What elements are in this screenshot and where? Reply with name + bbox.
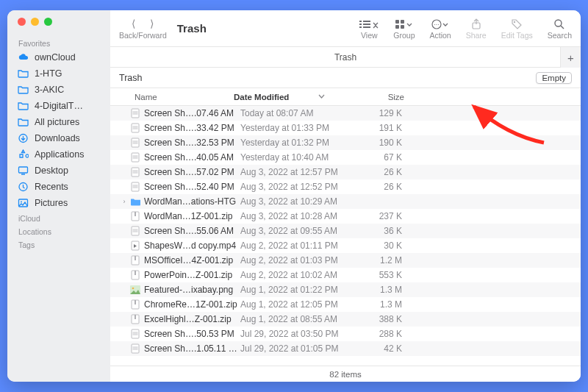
action-icon: ⋯ xyxy=(431,18,449,31)
file-name: Featured-…ixabay.png xyxy=(144,285,240,295)
file-size: 1.2 M xyxy=(362,255,402,266)
traffic-lights xyxy=(7,18,110,36)
sidebar-item-3-akic[interactable]: 3-AKIC xyxy=(7,82,110,98)
tag-icon xyxy=(511,18,523,31)
column-date[interactable]: Date Modified xyxy=(234,93,355,101)
svg-rect-21 xyxy=(133,111,138,115)
file-row[interactable]: ChromeRe…1Z-001.zipAug 1, 2022 at 12:05 … xyxy=(110,297,581,312)
file-row[interactable]: ShapesW…d copy.mp4Aug 2, 2022 at 01:11 P… xyxy=(110,238,581,253)
svg-rect-23 xyxy=(133,126,138,129)
edit-tags-button[interactable]: Edit Tags xyxy=(501,18,533,40)
action-button[interactable]: ⋯ Action xyxy=(430,18,451,40)
file-row[interactable]: WordMan…1Z-001.zipAug 3, 2022 at 10:28 A… xyxy=(110,209,581,224)
svg-rect-44 xyxy=(135,300,136,304)
fullscreen-button[interactable] xyxy=(44,18,52,26)
column-name[interactable]: Name xyxy=(135,93,234,101)
svg-rect-7 xyxy=(359,24,362,25)
file-icon xyxy=(129,299,141,310)
location-label: Trash xyxy=(119,73,143,83)
file-row[interactable]: PowerPoin…Z-001.zipAug 2, 2022 at 10:02 … xyxy=(110,268,581,282)
file-icon xyxy=(129,254,141,266)
svg-rect-33 xyxy=(135,212,136,216)
sidebar-section-label: iCloud xyxy=(7,211,110,224)
file-name: MSOfficeI…4Z-001.zip xyxy=(144,255,240,266)
file-size: 26 K xyxy=(362,182,402,192)
share-button[interactable]: Share xyxy=(466,18,487,40)
file-icon xyxy=(129,343,141,354)
file-name: Screen Sh….33.42 PM xyxy=(144,123,240,133)
file-date: Aug 3, 2022 at 10:29 AM xyxy=(240,196,362,207)
sidebar-item-4-digitalt[interactable]: 4-DigitalT… xyxy=(7,98,110,114)
main-pane: ⟨ ⟩ Back/Forward Trash View Group xyxy=(110,10,581,382)
file-row[interactable]: Screen Sh….55.06 AMAug 3, 2022 at 09:55 … xyxy=(110,224,581,238)
sidebar-item-1-htg[interactable]: 1-HTG xyxy=(7,65,110,82)
file-row[interactable]: Featured-…ixabay.pngAug 1, 2022 at 01:22… xyxy=(110,282,581,297)
sidebar-item-label: 3-AKIC xyxy=(35,85,64,95)
sidebar-item-desktop[interactable]: Desktop xyxy=(7,163,110,179)
svg-rect-9 xyxy=(359,26,362,28)
empty-trash-button[interactable]: Empty xyxy=(536,72,572,84)
file-name: WordMan…ations-HTG xyxy=(144,196,240,207)
sidebar-item-label: Applications xyxy=(35,149,84,160)
file-size: 26 K xyxy=(362,167,402,177)
folder-icon xyxy=(18,117,29,127)
minimize-button[interactable] xyxy=(31,18,39,26)
svg-rect-50 xyxy=(133,346,138,350)
file-date: Jul 29, 2022 at 01:05 PM xyxy=(240,343,362,354)
file-date: Aug 3, 2022 at 12:52 PM xyxy=(240,182,362,192)
file-row[interactable]: Screen Sh….07.46 AMToday at 08:07 AM129 … xyxy=(110,106,581,121)
file-row[interactable]: Screen Sh….52.40 PMAug 3, 2022 at 12:52 … xyxy=(110,179,581,194)
file-row[interactable]: Screen Sh….32.53 PMYesterday at 01:32 PM… xyxy=(110,135,581,150)
item-count: 82 items xyxy=(329,370,361,379)
file-icon xyxy=(129,181,141,193)
file-icon xyxy=(129,240,141,252)
cloud-icon xyxy=(18,52,29,63)
file-size: 190 K xyxy=(362,138,402,148)
toolbar: ⟨ ⟩ Back/Forward Trash View Group xyxy=(110,10,581,47)
file-row[interactable]: Screen Sh….57.02 PMAug 3, 2022 at 12:57 … xyxy=(110,165,581,179)
file-row[interactable]: Screen Sh….33.42 PMYesterday at 01:33 PM… xyxy=(110,121,581,135)
desktop-icon xyxy=(18,165,29,176)
file-row[interactable]: Screen Sh….50.53 PMJul 29, 2022 at 03:50… xyxy=(110,327,581,341)
file-row[interactable]: MSOfficeI…4Z-001.zipAug 2, 2022 at 01:03… xyxy=(110,253,581,268)
sort-desc-icon xyxy=(318,93,325,100)
sidebar-item-applications[interactable]: Applications xyxy=(7,146,110,163)
file-date: Yesterday at 01:32 PM xyxy=(240,138,362,148)
svg-rect-25 xyxy=(133,140,138,144)
file-icon xyxy=(129,328,141,340)
file-row[interactable]: ExcelHighl…Z-001.zipAug 1, 2022 at 08:55… xyxy=(110,312,581,327)
svg-rect-11 xyxy=(395,20,399,24)
tab-trash[interactable]: Trash xyxy=(334,52,356,63)
search-button[interactable]: Search xyxy=(548,18,572,40)
sidebar-item-downloads[interactable]: Downloads xyxy=(7,130,110,146)
window-title: Trash xyxy=(177,22,207,35)
folder-icon xyxy=(18,68,29,79)
svg-rect-29 xyxy=(133,170,138,174)
sidebar-item-recents[interactable]: Recents xyxy=(7,179,110,195)
svg-rect-46 xyxy=(135,315,136,319)
sidebar-item-pictures[interactable]: Pictures xyxy=(7,195,110,211)
file-row[interactable]: Screen Sh….40.05 AMYesterday at 10:40 AM… xyxy=(110,150,581,165)
nav-back-forward[interactable]: ⟨ ⟩ Back/Forward xyxy=(119,18,167,40)
close-button[interactable] xyxy=(18,18,26,26)
file-icon xyxy=(129,166,141,178)
column-size[interactable]: Size xyxy=(355,93,410,101)
file-name: Screen Sh….07.46 AM xyxy=(144,108,240,118)
svg-rect-8 xyxy=(363,24,370,25)
svg-rect-10 xyxy=(363,26,370,28)
svg-rect-13 xyxy=(395,25,399,29)
sidebar-item-all-pictures[interactable]: All pictures xyxy=(7,114,110,130)
svg-rect-31 xyxy=(133,185,138,188)
sidebar-section-label: Locations xyxy=(7,224,110,238)
view-button[interactable]: View xyxy=(359,18,379,40)
new-tab-button[interactable]: + xyxy=(560,47,581,68)
sidebar-item-label: 1-HTG xyxy=(35,68,62,79)
file-icon xyxy=(129,269,141,281)
file-row[interactable]: Screen Sh….1.05.11 PMJul 29, 2022 at 01:… xyxy=(110,341,581,356)
svg-point-18 xyxy=(514,21,515,22)
group-button[interactable]: Group xyxy=(393,18,415,40)
sidebar-item-owncloud[interactable]: ownCloud xyxy=(7,49,110,65)
file-size: 191 K xyxy=(362,123,402,133)
file-row[interactable]: ›WordMan…ations-HTGAug 3, 2022 at 10:29 … xyxy=(110,194,581,209)
list-view-icon xyxy=(359,18,379,31)
